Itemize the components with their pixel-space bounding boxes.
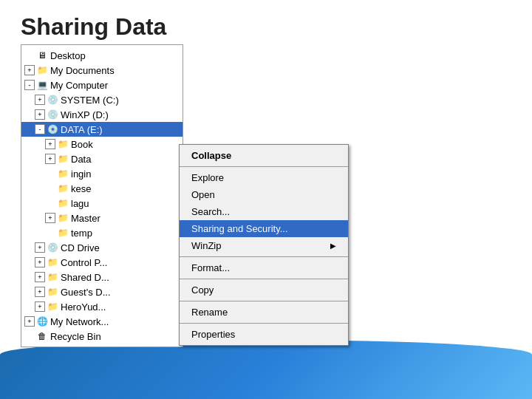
menu-label-copy: Copy xyxy=(191,284,214,296)
tree-label-my-computer: My Computer xyxy=(50,80,108,91)
expand-btn-guests-d[interactable]: + xyxy=(35,287,45,297)
tree-item-book[interactable]: +📁Book xyxy=(21,137,183,151)
menu-divider xyxy=(180,279,348,279)
tree-item-master[interactable]: +📁Master xyxy=(21,211,183,225)
menu-item-search[interactable]: Search... xyxy=(180,203,348,220)
background-wave xyxy=(0,340,532,399)
menu-label-rename: Rename xyxy=(191,307,228,318)
expand-btn-heroyud[interactable]: + xyxy=(35,301,45,312)
tree-label-kese: kese xyxy=(71,183,91,194)
tree-label-master: Master xyxy=(71,213,100,224)
menu-item-copy[interactable]: Copy xyxy=(180,282,348,299)
expand-btn-winxp-d[interactable]: + xyxy=(35,109,45,120)
tree-item-my-documents[interactable]: +📁My Documents xyxy=(21,63,183,78)
menu-label-explore: Explore xyxy=(191,172,224,183)
menu-divider xyxy=(180,256,348,257)
menu-item-rename[interactable]: Rename xyxy=(180,304,348,321)
folder-icon: 📁 xyxy=(36,64,48,76)
expand-btn-my-network[interactable]: + xyxy=(24,316,35,327)
tree-item-my-network[interactable]: +🌐My Network... xyxy=(21,314,183,329)
folder-icon: 📁 xyxy=(47,256,58,268)
tree-label-desktop: Desktop xyxy=(50,50,86,61)
expand-btn-data[interactable]: + xyxy=(45,154,55,164)
menu-label-open: Open xyxy=(191,189,215,200)
expand-btn-data-e[interactable]: - xyxy=(35,124,45,134)
desktop-icon: 🖥 xyxy=(36,50,48,61)
tree-label-winxp-d: WinXP (D:) xyxy=(61,109,109,120)
menu-label-collapse: Collapse xyxy=(191,150,231,161)
menu-divider xyxy=(180,301,348,301)
tree-item-system-c[interactable]: +💿SYSTEM (C:) xyxy=(21,92,183,107)
page-title: Sharing Data xyxy=(21,13,166,41)
menu-item-format[interactable]: Format... xyxy=(180,259,348,276)
submenu-arrow-icon: ▶ xyxy=(330,242,336,250)
cd-icon: 💿 xyxy=(47,242,58,253)
menu-item-sharing[interactable]: Sharing and Security... xyxy=(180,220,348,237)
tree-label-guests-d: Guest's D... xyxy=(61,287,111,298)
drive-icon: 💿 xyxy=(47,123,58,135)
shared-folder-icon: 📁 xyxy=(47,271,58,283)
menu-item-properties[interactable]: Properties xyxy=(180,326,348,343)
explorer-panel: 🖥Desktop+📁My Documents-💻My Computer+💿SYS… xyxy=(21,44,183,347)
menu-label-search: Search... xyxy=(191,206,230,217)
tree-label-recycle-bin: Recycle Bin xyxy=(50,331,101,342)
expand-btn-book[interactable]: + xyxy=(45,139,55,149)
computer-icon: 💻 xyxy=(36,79,48,91)
expand-btn-shared-d[interactable]: + xyxy=(35,272,45,282)
folder-icon: 📁 xyxy=(57,227,69,239)
tree-item-heroyud[interactable]: +📁HeroYud... xyxy=(21,299,183,314)
tree-label-data: Data xyxy=(71,154,91,165)
tree-label-shared-d: Shared D... xyxy=(61,272,109,283)
tree-item-shared-d[interactable]: +📁Shared D... xyxy=(21,270,183,284)
tree-item-control-panel[interactable]: +📁Control P... xyxy=(21,255,183,270)
tree-item-guests-d[interactable]: +📁Guest's D... xyxy=(21,284,183,299)
tree-item-recycle-bin[interactable]: 🗑Recycle Bin xyxy=(21,329,183,344)
tree-item-my-computer[interactable]: -💻My Computer xyxy=(21,78,183,92)
expand-btn-system-c[interactable]: + xyxy=(35,95,45,105)
tree-label-lagu: lagu xyxy=(71,198,89,209)
menu-label-winzip: WinZip xyxy=(191,240,221,251)
context-menu: CollapseExploreOpenSearch...Sharing and … xyxy=(179,144,349,346)
folder-icon: 📁 xyxy=(57,153,69,165)
tree-item-kese[interactable]: 📁kese xyxy=(21,181,183,196)
menu-item-explore[interactable]: Explore xyxy=(180,169,348,186)
menu-label-format: Format... xyxy=(191,262,230,273)
drive-icon: 💿 xyxy=(47,109,58,120)
tree-label-cd-drive: CD Drive xyxy=(61,242,100,253)
menu-divider xyxy=(180,323,348,324)
menu-item-open[interactable]: Open xyxy=(180,186,348,203)
menu-label-sharing: Sharing and Security... xyxy=(191,223,288,234)
tree-label-ingin: ingin xyxy=(71,168,91,180)
folder-icon: 📁 xyxy=(57,197,69,209)
tree-label-temp: temp xyxy=(71,228,92,239)
expand-btn-control-panel[interactable]: + xyxy=(35,257,45,267)
folder-icon: 📁 xyxy=(57,183,69,194)
expand-btn-master[interactable]: + xyxy=(45,213,55,223)
tree-item-data[interactable]: +📁Data xyxy=(21,151,183,166)
tree-item-winxp-d[interactable]: +💿WinXP (D:) xyxy=(21,107,183,122)
expand-btn-my-documents[interactable]: + xyxy=(24,65,35,75)
folder-icon: 📁 xyxy=(57,138,69,150)
folder-icon: 📁 xyxy=(57,168,69,180)
menu-item-winzip[interactable]: WinZip▶ xyxy=(180,237,348,254)
folder-icon: 📁 xyxy=(47,286,58,298)
menu-label-properties: Properties xyxy=(191,329,235,340)
tree-item-temp[interactable]: 📁temp xyxy=(21,225,183,240)
tree-label-heroyud: HeroYud... xyxy=(61,301,106,313)
tree-item-desktop[interactable]: 🖥Desktop xyxy=(21,48,183,63)
tree-item-data-e[interactable]: -💿DATA (E:) xyxy=(21,122,183,137)
menu-item-collapse[interactable]: Collapse xyxy=(180,147,348,164)
tree-label-my-documents: My Documents xyxy=(50,65,115,76)
recycle-icon: 🗑 xyxy=(36,330,48,342)
tree-item-lagu[interactable]: 📁lagu xyxy=(21,196,183,211)
drive-icon: 💿 xyxy=(47,94,58,106)
folder-icon: 📁 xyxy=(57,212,69,224)
tree-item-cd-drive[interactable]: +💿CD Drive xyxy=(21,240,183,255)
expand-btn-my-computer[interactable]: - xyxy=(24,80,35,90)
folder-icon: 📁 xyxy=(47,301,58,313)
network-icon: 🌐 xyxy=(36,316,48,327)
tree-item-ingin[interactable]: 📁ingin xyxy=(21,166,183,181)
expand-btn-cd-drive[interactable]: + xyxy=(35,242,45,253)
tree-label-system-c: SYSTEM (C:) xyxy=(61,95,119,106)
tree-label-data-e: DATA (E:) xyxy=(61,124,103,135)
